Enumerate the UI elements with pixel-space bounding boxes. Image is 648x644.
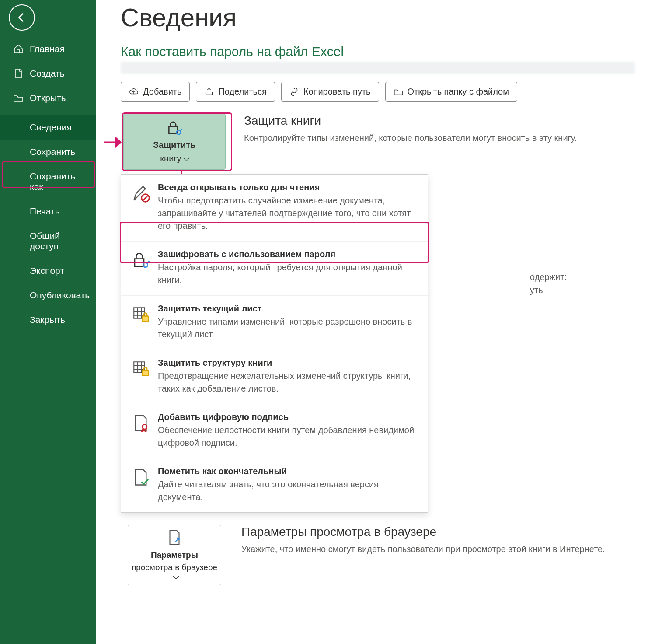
svg-rect-3 [143,316,149,322]
protect-section: Защитить книгу Защита книги Контролируйт… [121,114,635,170]
menu-encrypt-password[interactable]: Зашифровать с использованием пароляНастр… [121,242,428,296]
protect-button-wrap: Защитить книгу [123,114,231,170]
backstage-sidebar: Главная Создать Открыть Сведения Сохрани… [0,0,96,644]
nav-label: Общий доступ [30,231,86,252]
workbook-lock-icon [132,360,150,378]
nav-label: Сохранить как [30,171,86,192]
protect-heading: Защита книги [244,114,635,128]
nav-label: Сохранить [30,147,75,157]
btn-label: Поделиться [218,87,266,97]
back-button[interactable] [9,4,35,31]
menu-title: Защитить структуру книги [158,358,418,368]
home-icon [13,44,24,54]
nav-save-as[interactable]: Сохранить как [0,164,96,199]
nav-label: Создать [30,68,65,79]
nav-publish[interactable]: Опубликовать [0,283,96,308]
nav-separator [13,113,83,113]
protect-desc-col: Защита книги Контролируйте типы изменени… [244,114,635,170]
pencil-no-icon [132,184,150,203]
file-arrow-icon [167,528,182,548]
nav-save[interactable]: Сохранить [0,140,96,164]
app-root: Главная Создать Открыть Сведения Сохрани… [0,0,648,644]
action-row: Добавить Поделиться Копировать путь Откр… [121,82,635,102]
sheet-lock-icon [132,305,150,324]
main: Сведения Как поставить пароль на файл Ex… [96,0,648,644]
file-ribbon-icon [132,414,150,432]
annotation-arrow-right-icon [103,135,125,150]
nav-new[interactable]: Создать [0,61,96,86]
share-icon [204,87,214,97]
nav-open[interactable]: Открыть [0,86,96,110]
share-button[interactable]: Поделиться [196,82,275,102]
menu-desc: Чтобы предотвратить случайное изменение … [158,194,418,232]
svg-rect-4 [143,371,149,376]
nav-print[interactable]: Печать [0,199,96,224]
browser-view-options-button[interactable]: Параметры просмотра в браузере [128,525,221,585]
cloud-upload-icon [129,87,139,97]
menu-protect-structure[interactable]: Защитить структуру книгиПредотвращение н… [121,350,428,404]
btn-sub: просмотра в браузере [128,563,221,582]
menu-desc: Настройка пароля, который требуется для … [158,261,418,287]
open-folder-button[interactable]: Открыть папку с файлом [385,82,518,102]
browser-heading: Параметры просмотра в браузере [241,525,635,539]
nav-close[interactable]: Закрыть [0,308,96,332]
nav-label: Печать [30,206,60,217]
nav-export[interactable]: Экспорт [0,259,96,283]
file-new-icon [13,68,24,79]
file-name-link[interactable]: Как поставить пароль на файл Excel [121,44,635,59]
menu-desc: Предотвращение нежелательных изменений с… [158,370,418,395]
copy-path-button[interactable]: Копировать путь [281,82,379,102]
menu-title: Зашифровать с использованием пароля [158,249,418,259]
upload-button[interactable]: Добавить [121,82,190,102]
overflowed-text-fragment: одержит: уть [530,270,567,297]
menu-title: Защитить текущий лист [158,304,418,314]
nav: Главная Создать Открыть Сведения Сохрани… [0,37,96,332]
protect-desc: Контролируйте типы изменений, которые по… [244,131,635,144]
btn-title: Параметры [151,550,198,560]
nav-share[interactable]: Общий доступ [0,224,96,259]
page-title: Сведения [121,3,635,32]
menu-desc: Дайте читателям знать, что это окончател… [158,478,418,504]
menu-title: Добавить цифровую подпись [158,412,418,422]
link-icon [289,87,299,97]
btn-label: Добавить [143,87,181,97]
nav-label: Главная [30,44,65,54]
btn-sub: книгу [160,154,188,163]
menu-open-readonly[interactable]: Всегда открывать только для чтенияЧтобы … [121,175,428,242]
btn-label: Копировать путь [303,87,371,97]
protect-workbook-button[interactable]: Защитить книгу [123,114,226,170]
menu-desc: Обеспечение целостности книги путем доба… [158,424,418,449]
folder-open-icon [13,93,24,103]
protect-dropdown: Всегда открывать только для чтенияЧтобы … [121,174,428,513]
file-check-icon [132,468,150,486]
nav-label: Опубликовать [30,290,90,301]
nav-home[interactable]: Главная [0,37,96,61]
nav-label: Закрыть [30,315,65,325]
browser-desc: Укажите, что именно смогут видеть пользо… [241,542,635,556]
browser-view-section: Параметры просмотра в браузере Параметры… [121,525,635,585]
menu-desc: Управление типами изменений, которые раз… [158,315,418,341]
menu-title: Пометить как окончательный [158,466,418,476]
lock-key-icon [132,251,150,270]
nav-label: Открыть [30,93,66,103]
btn-label: Открыть папку с файлом [408,87,509,97]
menu-digital-signature[interactable]: Добавить цифровую подписьОбеспечение цел… [121,404,428,458]
folder-icon [394,87,403,97]
menu-protect-sheet[interactable]: Защитить текущий листУправление типами и… [121,296,428,350]
arrow-left-icon [16,12,28,23]
file-path-blurred [121,62,635,74]
nav-label: Сведения [30,122,72,133]
lock-key-icon [165,120,184,136]
nav-info[interactable]: Сведения [0,115,96,140]
btn-title: Защитить [153,140,195,150]
menu-mark-final[interactable]: Пометить как окончательныйДайте читателя… [121,458,428,512]
nav-label: Экспорт [30,266,64,276]
menu-title: Всегда открывать только для чтения [158,182,418,192]
